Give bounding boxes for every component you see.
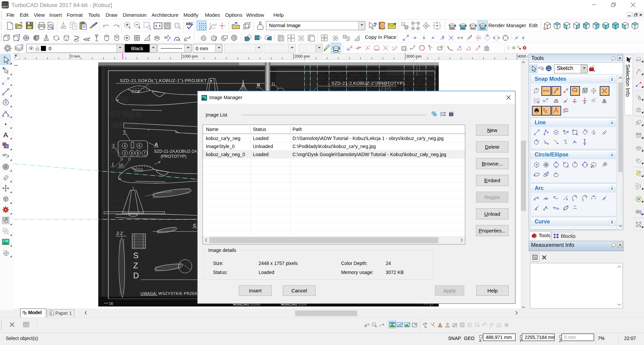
svg-text:3: 3 (572, 199, 574, 202)
svg-text:1: 1 (585, 195, 586, 197)
svg-text:a:b: a:b (554, 172, 557, 174)
svg-text:3D: 3D (164, 36, 168, 39)
svg-text:2: 2 (582, 199, 584, 202)
svg-text:?: ? (373, 22, 377, 28)
svg-text:CP: CP (415, 323, 418, 325)
svg-text:TurboCAD: TurboCAD (2, 3, 9, 5)
svg-text:x: x (534, 92, 535, 94)
svg-text:2017: 2017 (2, 5, 8, 8)
svg-text:CP: CP (407, 323, 410, 325)
svg-text:I: I (461, 47, 462, 50)
svg-text:Z: Z (559, 339, 561, 342)
svg-text:3D: 3D (184, 39, 187, 42)
svg-text:X: X (209, 28, 211, 30)
svg-text:Y: Y (538, 88, 539, 90)
svg-text:3D: 3D (2, 153, 6, 157)
svg-text:2: 2 (478, 325, 480, 327)
svg-text:a:b: a:b (574, 205, 577, 207)
svg-text:1: 1 (575, 195, 576, 197)
svg-text:R: R (586, 130, 588, 132)
svg-text:Y: Y (215, 23, 217, 26)
svg-text:3D: 3D (176, 39, 179, 42)
svg-text:WP: WP (400, 323, 403, 325)
svg-text:A: A (3, 131, 8, 139)
svg-text:X: X (479, 339, 482, 342)
